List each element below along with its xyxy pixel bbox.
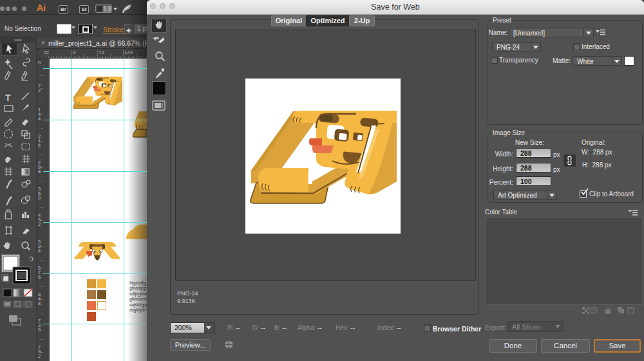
- svg-text:2: 2: [38, 88, 41, 93]
- svg-text:0: 0: [73, 50, 76, 55]
- svg-text:6: 6: [38, 142, 41, 148]
- svg-text:72: 72: [99, 50, 104, 55]
- svg-text:6: 6: [38, 274, 41, 280]
- svg-text:4: 4: [38, 248, 41, 254]
- svg-text:4: 4: [38, 116, 41, 122]
- svg-text:0: 0: [38, 327, 41, 333]
- svg-text:0: 0: [38, 195, 41, 201]
- svg-text:T: T: [5, 93, 11, 103]
- svg-text:2: 2: [38, 221, 41, 227]
- svg-text:0: 0: [38, 60, 41, 66]
- svg-text:8: 8: [38, 301, 41, 306]
- svg-text:8: 8: [38, 169, 41, 174]
- svg-text:2: 2: [38, 353, 41, 359]
- svg-text:72: 72: [43, 50, 49, 55]
